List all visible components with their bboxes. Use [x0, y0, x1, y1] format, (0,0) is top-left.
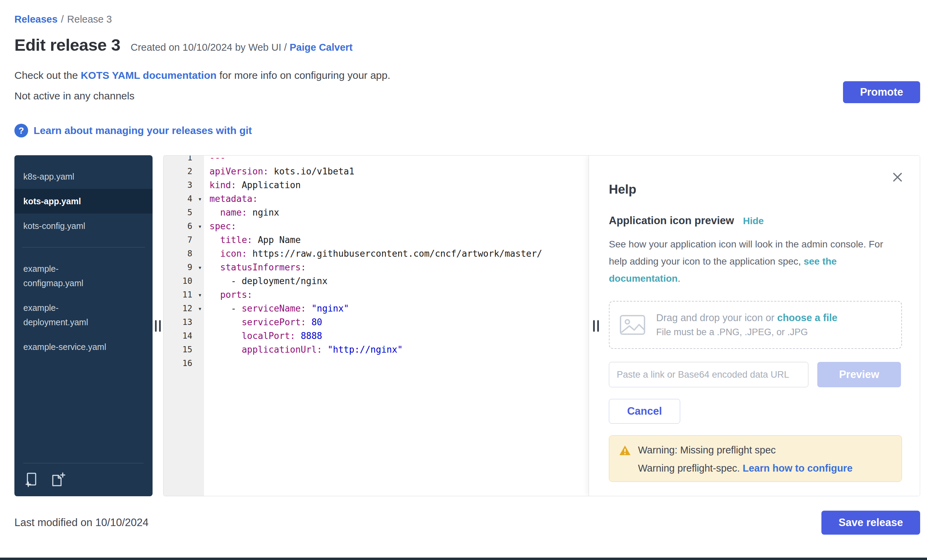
- code-text[interactable]: [204, 357, 589, 370]
- fold-caret-icon[interactable]: ▾: [198, 288, 202, 302]
- channel-status: Not active in any channels: [14, 90, 920, 102]
- release-editor-page: Releases/Release 3 Edit release 3 Create…: [0, 0, 927, 535]
- code-line-1[interactable]: 1---: [164, 155, 589, 164]
- code-text[interactable]: servicePort: 80: [204, 315, 589, 329]
- code-text[interactable]: name: nginx: [204, 206, 589, 219]
- description-period: .: [678, 273, 681, 284]
- line-number: 8: [164, 247, 204, 261]
- image-icon: [619, 314, 646, 335]
- git-help-label: Learn about managing your releases with …: [33, 125, 252, 137]
- file-item-k8s-app.yaml[interactable]: k8s-app.yaml: [14, 164, 153, 189]
- kots-yaml-docs-link[interactable]: KOTS YAML documentation: [81, 70, 216, 81]
- cancel-button[interactable]: Cancel: [609, 399, 680, 423]
- code-line-13[interactable]: 13 servicePort: 80: [164, 315, 589, 329]
- code-line-9[interactable]: 9▾ statusInformers:: [164, 261, 589, 274]
- help-resize-handle[interactable]: [593, 320, 599, 332]
- code-text[interactable]: - serviceName: "nginx": [204, 302, 589, 315]
- code-text[interactable]: icon: https://raw.githubusercontent.com/…: [204, 247, 589, 261]
- line-number: 10: [164, 274, 204, 288]
- code-text[interactable]: title: App Name: [204, 233, 589, 247]
- line-number: 14: [164, 329, 204, 343]
- file-item-example-deployment.yaml[interactable]: example-deployment.yaml: [14, 296, 153, 334]
- code-line-6[interactable]: 6▾spec:: [164, 219, 589, 233]
- icon-dropzone[interactable]: Drag and drop your icon or choose a file…: [609, 301, 902, 349]
- code-text[interactable]: localPort: 8888: [204, 329, 589, 343]
- code-text[interactable]: metadata:: [204, 192, 589, 206]
- dropzone-hint: File must be a .PNG, .JPEG, or .JPG: [656, 327, 837, 338]
- breadcrumb-releases-link[interactable]: Releases: [14, 14, 58, 25]
- code-line-11[interactable]: 11▾ ports:: [164, 288, 589, 302]
- warning-box: Warning: Missing preflight spec Warning …: [609, 435, 902, 482]
- fold-caret-icon[interactable]: ▾: [198, 192, 202, 206]
- hide-link[interactable]: Hide: [743, 216, 764, 226]
- file-item-kots-config.yaml[interactable]: kots-config.yaml: [14, 214, 153, 238]
- code-line-14[interactable]: 14 localPort: 8888: [164, 329, 589, 343]
- add-file-icon[interactable]: [23, 472, 40, 488]
- code-line-7[interactable]: 7 title: App Name: [164, 233, 589, 247]
- code-line-8[interactable]: 8 icon: https://raw.githubusercontent.co…: [164, 247, 589, 261]
- sidebar-bottom: [14, 463, 153, 488]
- code-line-16[interactable]: 16: [164, 357, 589, 370]
- line-number: 13: [164, 315, 204, 329]
- line-number: 1: [164, 155, 204, 164]
- code-text[interactable]: ---: [204, 155, 589, 164]
- help-title: Help: [609, 182, 902, 197]
- line-number: 11▾: [164, 288, 204, 302]
- sidebar-bottom-divider: [23, 463, 144, 463]
- line-number: 16: [164, 357, 204, 370]
- code-line-5[interactable]: 5 name: nginx: [164, 206, 589, 219]
- last-modified-text: Last modified on 10/10/2024: [14, 516, 149, 529]
- promote-button[interactable]: Promote: [843, 81, 920, 103]
- code-line-10[interactable]: 10 - deployment/nginx: [164, 274, 589, 288]
- docs-note-after: for more info on configuring your app.: [217, 70, 391, 81]
- file-group-divider: [22, 247, 145, 247]
- code-text[interactable]: spec:: [204, 219, 589, 233]
- learn-how-to-configure-link[interactable]: Learn how to configure: [743, 463, 853, 473]
- preview-button[interactable]: Preview: [817, 362, 901, 387]
- file-item-example-service.yaml[interactable]: example-service.yaml: [14, 334, 153, 359]
- file-item-kots-app.yaml[interactable]: kots-app.yaml: [14, 189, 153, 214]
- choose-file-link[interactable]: choose a file: [777, 312, 837, 323]
- warning-detail: Warning preflight-spec. Learn how to con…: [638, 463, 892, 474]
- warning-icon: [619, 445, 631, 456]
- line-number: 3: [164, 178, 204, 192]
- save-release-button[interactable]: Save release: [821, 511, 920, 535]
- close-icon[interactable]: [891, 171, 904, 184]
- code-line-2[interactable]: 2apiVersion: kots.io/v1beta1: [164, 164, 589, 178]
- editor-lines[interactable]: 1---2apiVersion: kots.io/v1beta13kind: A…: [164, 155, 589, 496]
- file-list: k8s-app.yamlkots-app.yamlkots-config.yam…: [14, 164, 153, 359]
- dropzone-text: Drag and drop your icon or choose a file: [656, 312, 837, 323]
- code-text[interactable]: applicationUrl: "http://nginx": [204, 343, 589, 357]
- line-number: 15: [164, 343, 204, 357]
- created-info: Created on 10/10/2024 by Web UI / Paige …: [131, 42, 353, 53]
- line-number: 9▾: [164, 261, 204, 274]
- help-panel: Help Application icon preview Hide See h…: [589, 156, 920, 496]
- line-number: 7: [164, 233, 204, 247]
- code-text[interactable]: - deployment/nginx: [204, 274, 589, 288]
- code-line-4[interactable]: 4▾metadata:: [164, 192, 589, 206]
- sidebar-resize-handle[interactable]: [155, 320, 161, 332]
- created-text: Created on 10/10/2024 by Web UI /: [131, 42, 287, 53]
- icon-preview-title: Application icon preview: [609, 214, 734, 227]
- bottom-window-edge: [0, 558, 927, 560]
- code-line-15[interactable]: 15 applicationUrl: "http://nginx": [164, 343, 589, 357]
- code-text[interactable]: kind: Application: [204, 178, 589, 192]
- file-item-example-configmap.yaml[interactable]: example-configmap.yaml: [14, 256, 153, 296]
- breadcrumb-separator: /: [61, 14, 64, 25]
- line-number: 6▾: [164, 219, 204, 233]
- line-number: 5: [164, 206, 204, 219]
- git-help-link[interactable]: ? Learn about managing your releases wit…: [14, 124, 920, 137]
- fold-caret-icon[interactable]: ▾: [198, 261, 202, 274]
- code-text[interactable]: apiVersion: kots.io/v1beta1: [204, 164, 589, 178]
- new-file-icon[interactable]: [49, 472, 66, 488]
- code-line-12[interactable]: 12▾ - serviceName: "nginx": [164, 302, 589, 315]
- code-text[interactable]: statusInformers:: [204, 261, 589, 274]
- code-line-3[interactable]: 3kind: Application: [164, 178, 589, 192]
- fold-caret-icon[interactable]: ▾: [198, 219, 202, 233]
- created-author-link[interactable]: Paige Calvert: [290, 42, 353, 53]
- breadcrumb: Releases/Release 3: [14, 0, 920, 25]
- fold-caret-icon[interactable]: ▾: [198, 302, 202, 315]
- icon-url-input[interactable]: [609, 362, 808, 387]
- code-text[interactable]: ports:: [204, 288, 589, 302]
- description-text: See how your application icon will look …: [609, 239, 883, 267]
